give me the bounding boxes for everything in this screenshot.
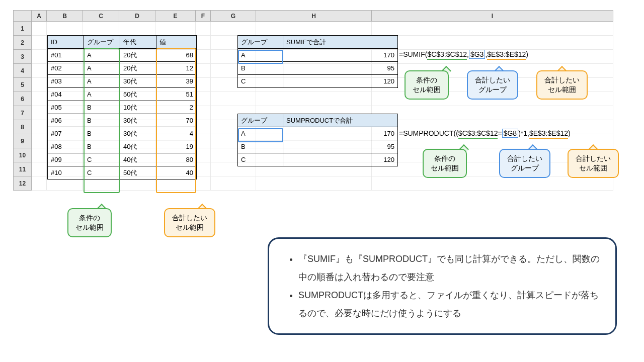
table-row: #06B30代70	[48, 114, 197, 127]
sumif-result-table: グループSUMIFで合計A170B95C120	[237, 35, 398, 88]
table-row: C120	[238, 75, 398, 88]
table-header: 値	[156, 36, 197, 49]
sumproduct-result-table: グループSUMPRODUCTで合計A170B95C120	[237, 114, 398, 166]
callout-sum-range: 合計したいセル範囲	[164, 208, 215, 237]
table-header: グループ	[238, 36, 283, 49]
table-row: #01A20代68	[48, 49, 197, 62]
explanation-note: 『SUMIF』も『SUMPRODUCT』でも同じ計算ができる。ただし、関数の中の…	[268, 237, 617, 335]
note-item: 『SUMIF』も『SUMPRODUCT』でも同じ計算ができる。ただし、関数の中の…	[298, 250, 600, 286]
table-header: SUMIFで合計	[283, 36, 398, 49]
callout-sum-range: 合計したいセル範囲	[536, 70, 588, 100]
table-row: #07B30代4	[48, 127, 197, 140]
source-table: IDグループ年代値#01A20代68#02A20代12#03A30代39#04A…	[47, 35, 197, 179]
table-header: グループ	[84, 36, 120, 49]
callout-condition-range: 条件のセル範囲	[405, 70, 449, 100]
callout-sum-range: 合計したいセル範囲	[568, 149, 619, 178]
note-item: SUMPRODUCTは多用すると、ファイルが重くなり、計算スピードが落ちるので、…	[298, 286, 600, 322]
table-row: #10C50代40	[48, 166, 197, 179]
table-row: #05B10代2	[48, 101, 197, 114]
table-row: #02A20代12	[48, 62, 197, 75]
sumproduct-formula: =SUMPRODUCT(($C$3:$C$12=$G8)*1,$E$3:$E$1…	[399, 129, 571, 137]
table-row: B95	[238, 62, 398, 75]
table-header: ID	[48, 36, 84, 49]
table-header: グループ	[238, 114, 283, 127]
callout-sum-group: 合計したいグループ	[499, 149, 550, 178]
sumif-formula: =SUMIF($C$3:$C$12,$G3,$E$3:$E$12)	[399, 50, 528, 58]
table-header: 年代	[120, 36, 156, 49]
table-row: A170	[238, 49, 398, 62]
table-row: B95	[238, 140, 398, 153]
table-header: SUMPRODUCTで合計	[283, 114, 398, 127]
callout-condition-range: 条件のセル範囲	[423, 149, 467, 178]
table-row: A170	[238, 127, 398, 140]
table-row: #09C40代80	[48, 153, 197, 166]
table-row: C120	[238, 153, 398, 166]
callout-sum-group: 合計したいグループ	[467, 70, 518, 100]
table-row: #08B40代19	[48, 140, 197, 153]
table-row: #04A50代51	[48, 88, 197, 101]
table-row: #03A30代39	[48, 75, 197, 88]
callout-condition-range: 条件のセル範囲	[67, 208, 112, 237]
